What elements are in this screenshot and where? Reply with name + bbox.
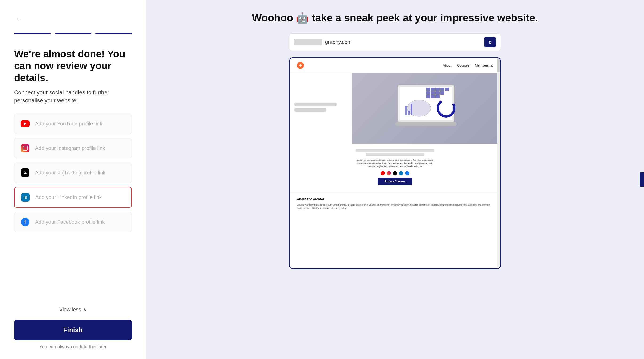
- preview-li-icon: [399, 171, 403, 175]
- svg-rect-17: [405, 106, 407, 115]
- laptop-illustration: [391, 82, 461, 134]
- cta-bar-2: [366, 153, 424, 156]
- preview-logo: ⊕: [297, 62, 304, 69]
- linkedin-icon: in: [21, 193, 30, 202]
- hero-title-placeholder: [294, 103, 336, 106]
- website-preview: ⊕ About Courses Membership: [289, 57, 501, 269]
- twitter-icon-wrapper: 𝕏: [20, 168, 30, 177]
- social-links-list: 𝕏 in f: [14, 114, 132, 301]
- hero-subtitle-placeholder: [294, 108, 326, 111]
- preview-desc: Ignite your entrepreneurial spirit with …: [355, 159, 435, 168]
- page-subheading: Connect your social handles to further p…: [14, 88, 132, 104]
- youtube-input[interactable]: [35, 121, 126, 127]
- youtube-icon-wrapper: [20, 119, 30, 128]
- view-less-button[interactable]: View less ∧: [14, 307, 132, 313]
- instagram-icon: [21, 144, 30, 152]
- svg-rect-2: [426, 87, 430, 91]
- heading-emoji: 🤖: [296, 12, 312, 23]
- right-edge-tab[interactable]: [640, 172, 644, 187]
- preview-nav-membership: Membership: [475, 63, 493, 67]
- preview-hero-text: [290, 73, 352, 143]
- preview-fb-icon: [405, 171, 409, 175]
- svg-rect-16: [396, 122, 457, 126]
- preview-about-title: About the creator: [297, 197, 493, 201]
- heading-prefix: Woohoo: [252, 12, 293, 23]
- instagram-icon-wrapper: [20, 143, 30, 153]
- update-note: You can always update this later: [14, 344, 132, 350]
- finish-section: Finish You can always update this later: [14, 320, 132, 350]
- instagram-social-item[interactable]: [14, 138, 132, 158]
- svg-rect-13: [436, 95, 440, 98]
- progress-bar: [14, 33, 132, 34]
- svg-rect-3: [431, 87, 435, 91]
- preview-scrollbar[interactable]: [497, 58, 500, 268]
- twitter-input[interactable]: [35, 170, 126, 176]
- back-button[interactable]: ←: [14, 14, 24, 23]
- view-less-label: View less: [59, 307, 81, 313]
- preview-navbar: ⊕ About Courses Membership: [290, 58, 500, 73]
- svg-rect-10: [440, 91, 444, 95]
- preview-nav-links: About Courses Membership: [443, 63, 493, 67]
- svg-rect-9: [436, 91, 440, 95]
- browser-url: graphy.com: [325, 39, 481, 45]
- copy-url-button[interactable]: ⧉: [484, 37, 496, 47]
- preview-about-text: Elevate your learning experience with Va…: [297, 203, 493, 210]
- preview-nav-about: About: [443, 63, 452, 67]
- linkedin-icon-wrapper: in: [21, 193, 30, 202]
- twitter-social-item[interactable]: 𝕏: [14, 163, 132, 183]
- progress-segment-3: [95, 33, 132, 34]
- preview-about-section: About the creator Elevate your learning …: [290, 192, 500, 215]
- svg-rect-11: [426, 95, 430, 98]
- svg-rect-4: [436, 87, 440, 91]
- facebook-input[interactable]: [35, 219, 126, 225]
- youtube-social-item[interactable]: [14, 114, 132, 134]
- preview-mid-section: Ignite your entrepreneurial spirit with …: [290, 143, 500, 192]
- progress-segment-2: [55, 33, 91, 34]
- svg-rect-5: [440, 87, 444, 91]
- instagram-input[interactable]: [35, 145, 126, 151]
- preview-social-icons: [297, 171, 493, 175]
- right-panel: Woohoo 🤖 take a sneak peek at your impre…: [146, 0, 644, 359]
- cta-bar-1: [356, 149, 434, 152]
- svg-rect-12: [431, 95, 435, 98]
- preview-explore-button[interactable]: Explore Courses: [378, 178, 412, 185]
- preview-hero-image: [352, 73, 500, 143]
- url-prefix-block: [294, 39, 322, 45]
- preview-x-icon: [393, 171, 397, 175]
- preview-yt-icon: [380, 171, 385, 175]
- page-title: We're almost done! You can now review yo…: [14, 48, 132, 84]
- heading-suffix: take a sneak peek at your impressive web…: [312, 12, 538, 23]
- youtube-icon: [21, 120, 30, 127]
- preview-hero: [290, 73, 500, 143]
- copy-icon: ⧉: [489, 40, 492, 45]
- progress-segment-1: [14, 33, 50, 34]
- preview-scrollbar-thumb: [497, 58, 500, 72]
- svg-rect-6: [445, 87, 449, 91]
- svg-rect-7: [426, 91, 430, 95]
- preview-nav-courses: Courses: [457, 63, 469, 67]
- svg-rect-18: [408, 111, 410, 115]
- browser-bar: graphy.com ⧉: [289, 33, 501, 51]
- svg-rect-8: [431, 91, 435, 95]
- linkedin-social-item[interactable]: in: [14, 187, 132, 208]
- chevron-up-icon: ∧: [83, 307, 86, 313]
- finish-button[interactable]: Finish: [14, 320, 132, 341]
- preview-ig-icon: [387, 171, 391, 175]
- facebook-icon-wrapper: f: [20, 217, 30, 227]
- facebook-icon: f: [21, 218, 30, 226]
- svg-rect-19: [410, 103, 412, 115]
- x-twitter-icon: 𝕏: [21, 168, 30, 177]
- left-panel: ← We're almost done! You can now review …: [0, 0, 146, 359]
- linkedin-input[interactable]: [35, 194, 125, 200]
- facebook-social-item[interactable]: f: [14, 212, 132, 232]
- right-heading: Woohoo 🤖 take a sneak peek at your impre…: [252, 12, 538, 24]
